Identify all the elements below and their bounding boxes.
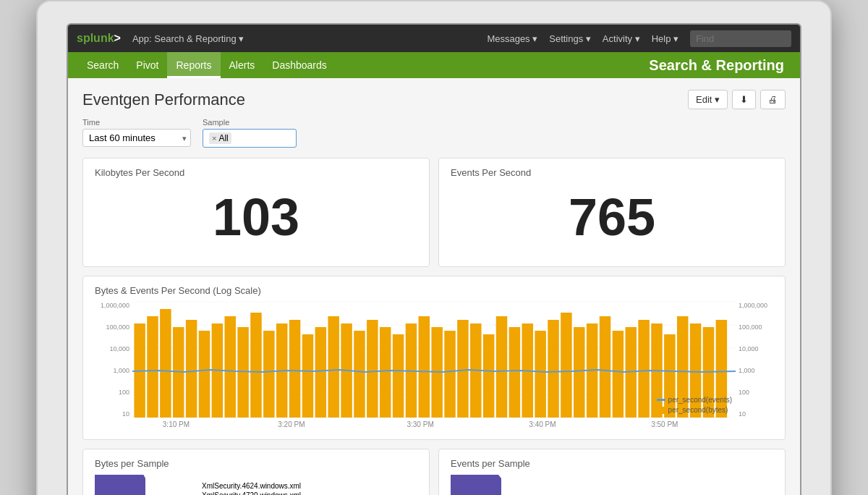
bytes-pie-legend: XmlSecurity.4624.windows.xml XmlSecurity… (202, 482, 301, 496)
svg-rect-37 (535, 331, 545, 418)
chart-title: Bytes & Events Per Second (Log Scale) (95, 285, 773, 296)
sample-filter-group: Sample × All (203, 118, 297, 148)
time-filter-group: Time Last 60 minutes (82, 118, 191, 148)
settings-menu[interactable]: Settings ▾ (549, 33, 591, 44)
find-input[interactable] (690, 30, 791, 47)
svg-rect-21 (328, 316, 339, 418)
x-label-5: 3:50 PM (651, 420, 678, 428)
bytes-per-sample-title: Bytes per Sample (95, 458, 417, 469)
svg-rect-14 (237, 327, 248, 418)
svg-rect-35 (509, 327, 520, 418)
bytes-pie-chart (95, 475, 196, 495)
svg-rect-38 (548, 320, 558, 418)
y-left-2: 100,000 (106, 323, 129, 331)
chart-area: per_second(events) per_second(bytes) (132, 302, 736, 418)
bytes-pie-content: XmlSecurity.4624.windows.xml XmlSecurity… (95, 475, 417, 495)
x-label-2: 3:20 PM (278, 420, 305, 428)
sample-tag-input[interactable]: × All (203, 129, 297, 148)
y-left-1: 1,000,000 (101, 302, 129, 309)
page-title: Eventgen Performance (82, 90, 688, 109)
events-per-sample-panel: Events per Sample (438, 449, 786, 495)
bytes-legend-item-0: XmlSecurity.4624.windows.xml (202, 482, 301, 490)
svg-rect-43 (613, 331, 624, 418)
y-right-2: 100,000 (739, 323, 762, 331)
help-menu[interactable]: Help ▾ (652, 33, 678, 44)
svg-rect-31 (457, 320, 468, 418)
events-pie-chart (451, 475, 552, 495)
svg-rect-34 (496, 316, 507, 418)
print-button[interactable]: 🖨 (760, 90, 786, 109)
nav-search[interactable]: Search (78, 52, 127, 78)
events-title: Events Per Second (451, 167, 773, 178)
time-filter-label: Time (82, 118, 191, 127)
legend-events: per_second(events) (657, 396, 732, 404)
events-per-sample-title: Events per Sample (451, 458, 773, 469)
events-value: 765 (451, 184, 773, 258)
page-actions: Edit ▾ ⬇ 🖨 (688, 90, 786, 109)
svg-rect-18 (289, 320, 300, 418)
x-axis: 3:10 PM 3:20 PM 3:30 PM 3:40 PM 3:50 PM (95, 420, 773, 431)
svg-rect-10 (186, 320, 197, 418)
bytes-per-sample-panel: Bytes per Sample (82, 449, 430, 495)
x-label-3: 3:30 PM (407, 420, 433, 428)
svg-rect-24 (367, 320, 378, 418)
x-label-4: 3:40 PM (529, 420, 556, 428)
bytes-legend-item-1: XmlSecurity.4720.windows.xml (202, 491, 301, 496)
svg-rect-28 (419, 316, 430, 418)
svg-rect-15 (250, 313, 261, 418)
nav-dashboards[interactable]: Dashboards (263, 52, 336, 78)
green-nav-bar: Search Pivot Reports Alerts Dashboards S… (68, 52, 800, 78)
svg-rect-20 (315, 327, 326, 418)
edit-button[interactable]: Edit ▾ (688, 90, 728, 109)
svg-rect-40 (574, 327, 584, 418)
kilobytes-title: Kilobytes Per Second (95, 167, 417, 178)
svg-rect-19 (302, 334, 313, 418)
svg-rect-11 (199, 331, 210, 418)
time-select[interactable]: Last 60 minutes (82, 129, 191, 147)
nav-pivot[interactable]: Pivot (127, 52, 167, 78)
legend-events-color (657, 399, 665, 401)
legend-events-label: per_second(events) (668, 396, 732, 404)
download-button[interactable]: ⬇ (732, 90, 756, 109)
legend-bytes-color (657, 407, 665, 414)
y-axis-left: 1,000,000 100,000 10,000 1,000 100 10 (95, 302, 132, 418)
bytes-events-chart-panel: Bytes & Events Per Second (Log Scale) 1,… (82, 276, 786, 440)
tag-close-icon[interactable]: × (212, 134, 216, 143)
messages-menu[interactable]: Messages ▾ (487, 33, 537, 44)
events-pie-content: oracle_text_listener oracle_xml_alert or… (451, 475, 773, 495)
sample-tag: × All (209, 132, 231, 144)
pie-charts-row: Bytes per Sample (82, 449, 786, 495)
legend-bytes: per_second(bytes) (657, 406, 732, 414)
content-area: Eventgen Performance Edit ▾ ⬇ 🖨 Time Las… (68, 78, 800, 495)
bars-chart-svg (132, 302, 736, 418)
kilobytes-panel: Kilobytes Per Second 103 (82, 158, 430, 267)
y-axis-right: 1,000,000 100,000 10,000 1,000 100 10 (736, 302, 773, 418)
svg-rect-45 (638, 320, 649, 418)
svg-rect-33 (483, 334, 494, 418)
app-title: Search & Reporting (649, 57, 790, 74)
y-right-1: 1,000,000 (739, 302, 767, 309)
svg-rect-7 (147, 316, 158, 418)
svg-rect-8 (160, 309, 171, 418)
activity-menu[interactable]: Activity ▾ (603, 33, 640, 44)
x-label-1: 3:10 PM (163, 420, 190, 428)
svg-rect-42 (600, 316, 610, 418)
svg-rect-23 (354, 331, 365, 418)
chart-legend: per_second(events) per_second(bytes) (657, 396, 732, 414)
y-right-5: 100 (739, 389, 749, 396)
top-nav-right: Messages ▾ Settings ▾ Activity ▾ Help ▾ (487, 30, 791, 47)
legend-bytes-label: per_second(bytes) (668, 406, 728, 414)
sample-filter-label: Sample (203, 118, 297, 127)
nav-alerts[interactable]: Alerts (221, 52, 264, 78)
nav-reports[interactable]: Reports (167, 52, 220, 78)
y-left-4: 1,000 (113, 367, 129, 374)
kilobytes-value: 103 (95, 184, 417, 258)
svg-rect-16 (263, 331, 274, 418)
svg-rect-13 (224, 316, 235, 418)
svg-rect-26 (393, 334, 404, 418)
app-name[interactable]: App: Search & Reporting ▾ (132, 33, 244, 44)
tag-value: All (218, 133, 228, 143)
y-left-6: 10 (122, 410, 129, 418)
y-right-4: 1,000 (739, 367, 755, 374)
filters-row: Time Last 60 minutes Sample × All (82, 118, 786, 148)
